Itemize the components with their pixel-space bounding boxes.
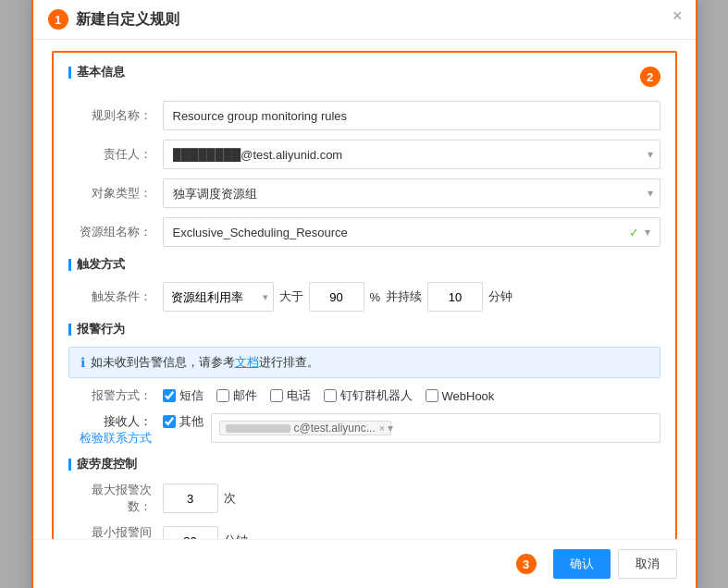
owner-select[interactable]: ████████@test.aliyunid.com <box>163 140 660 169</box>
other-checkbox[interactable] <box>163 415 176 428</box>
sms-checkbox-item[interactable]: 短信 <box>163 387 204 404</box>
webhook-checkbox[interactable] <box>426 389 438 402</box>
object-type-select[interactable]: 独享调度资源组 <box>163 178 660 208</box>
owner-label: 责任人： <box>68 146 152 163</box>
receiver-label: 接收人： <box>104 413 152 430</box>
trigger-condition-label: 触发条件： <box>68 288 152 305</box>
webhook-checkbox-item[interactable]: WebHook <box>426 389 495 403</box>
info-icon: ℹ <box>80 355 85 370</box>
receiver-tag: c@test.aliyunc... × <box>219 421 392 435</box>
sms-checkbox[interactable] <box>163 389 176 402</box>
alert-info-bar: ℹ 如未收到告警信息，请参考 文档 进行排查。 <box>68 347 660 378</box>
report-method-label: 报警方式： <box>68 387 152 404</box>
receiver-right: 其他 c@test.aliyunc... × ▾ <box>163 413 660 443</box>
phone-checkbox-item[interactable]: 电话 <box>270 387 311 404</box>
check-icon: ✓ <box>629 226 639 239</box>
resource-caret-icon: ▾ <box>645 226 650 239</box>
phone-checkbox[interactable] <box>270 389 283 402</box>
report-section: 报警行为 ℹ 如未收到告警信息，请参考 文档 进行排查。 报警方式： <box>68 321 660 447</box>
percent-label: % <box>370 290 381 304</box>
object-type-control: 独享调度资源组 ▾ <box>163 178 660 208</box>
max-count-input[interactable] <box>163 484 218 513</box>
rule-name-control <box>163 101 660 130</box>
owner-control: ████████@test.aliyunid.com ▾ <box>163 140 660 169</box>
min-interval-unit: 分钟 <box>224 533 248 539</box>
other-checkbox-item[interactable]: 其他 <box>163 413 204 430</box>
cancel-button[interactable]: 取消 <box>618 549 677 579</box>
confirm-button[interactable]: 确认 <box>553 549 611 579</box>
report-method-row: 报警方式： 短信 邮件 电 <box>68 387 660 404</box>
receiver-left: 接收人： 检验联系方式 <box>68 413 152 447</box>
resource-name-row: 资源组名称： Exclusive_Scheduling_Resource ✓ ▾ <box>68 217 660 247</box>
trigger-select-wrap: 资源组利用率 ▾ <box>163 282 274 312</box>
min-interval-label: 最小报警间隔： <box>68 524 152 539</box>
modal-title: 新建自定义规则 <box>76 10 179 30</box>
phone-label: 电话 <box>287 387 311 404</box>
object-type-select-wrap: 独享调度资源组 ▾ <box>163 178 660 208</box>
min-interval-row: 最小报警间隔： 分钟 <box>68 524 660 539</box>
receiver-row: 接收人： 检验联系方式 其他 c@test.aliyun <box>68 413 660 447</box>
duration-unit: 分钟 <box>488 288 512 305</box>
modal-body: 基本信息 2 规则名称： 责任人： ██████ <box>33 40 696 539</box>
blurred-email <box>226 424 290 433</box>
max-count-row: 最大报警次数： 次 <box>68 482 660 515</box>
sms-label: 短信 <box>179 387 204 404</box>
duration-input[interactable] <box>427 282 483 312</box>
basic-info-title: 基本信息 <box>68 64 125 80</box>
fatigue-section: 疲劳度控制 最大报警次数： 次 最小报警间隔： 分钟 <box>68 456 660 539</box>
trigger-condition-row: 触发条件： 资源组利用率 ▾ 大于 % 并持续 <box>68 282 660 312</box>
owner-select-wrap: ████████@test.aliyunid.com ▾ <box>163 140 660 169</box>
dingtalk-label: 钉钉群机器人 <box>340 387 413 404</box>
dingtalk-checkbox[interactable] <box>324 389 337 402</box>
trigger-section: 触发方式 触发条件： 资源组利用率 ▾ 大于 <box>68 256 660 312</box>
step3-badge: 3 <box>516 554 537 574</box>
report-title: 报警行为 <box>68 321 660 337</box>
modal-footer: 3 确认 取消 <box>33 539 696 588</box>
main-section: 基本信息 2 规则名称： 责任人： ██████ <box>52 51 677 539</box>
alert-info-text: 如未收到告警信息，请参考 <box>91 354 235 371</box>
gt-label: 大于 <box>279 288 303 305</box>
webhook-label: WebHook <box>442 389 495 403</box>
object-type-row: 对象类型： 独享调度资源组 ▾ <box>68 178 660 208</box>
email-label: 邮件 <box>233 387 257 404</box>
email-checkbox-item[interactable]: 邮件 <box>216 387 257 404</box>
check-contact-link[interactable]: 检验联系方式 <box>80 430 152 447</box>
max-count-unit: 次 <box>224 490 236 507</box>
report-method-group: 短信 邮件 电话 钉钉 <box>163 387 495 404</box>
resource-name-label: 资源组名称： <box>68 224 152 240</box>
resource-group-wrap[interactable]: Exclusive_Scheduling_Resource ✓ ▾ <box>163 217 660 247</box>
tag-close-icon[interactable]: × <box>379 423 385 434</box>
email-checkbox[interactable] <box>216 389 229 402</box>
receiver-tag-input[interactable]: c@test.aliyunc... × ▾ <box>211 413 660 443</box>
trigger-condition-select[interactable]: 资源组利用率 <box>163 282 274 312</box>
section-header: 基本信息 2 <box>68 64 660 90</box>
step2-badge: 2 <box>640 67 660 87</box>
step1-badge: 1 <box>48 9 68 30</box>
modal: 1 新建自定义规则 × 基本信息 2 规则名称： <box>31 0 697 588</box>
min-interval-input[interactable] <box>163 526 218 539</box>
object-type-label: 对象类型： <box>68 185 152 202</box>
dingtalk-checkbox-item[interactable]: 钉钉群机器人 <box>324 387 413 404</box>
other-label: 其他 <box>179 413 204 430</box>
alert-link[interactable]: 文档 <box>235 354 259 371</box>
resource-name-control: Exclusive_Scheduling_Resource ✓ ▾ <box>163 217 660 247</box>
trigger-title: 触发方式 <box>68 256 660 273</box>
duration-label: 并持续 <box>386 288 422 305</box>
max-count-label: 最大报警次数： <box>68 482 152 515</box>
close-button[interactable]: × <box>672 7 683 24</box>
rule-name-input[interactable] <box>163 101 660 130</box>
fatigue-title: 疲劳度控制 <box>68 456 660 472</box>
threshold-input[interactable] <box>309 282 364 312</box>
footer-right: 确认 取消 <box>553 549 677 579</box>
trigger-controls: 资源组利用率 ▾ 大于 % 并持续 分钟 <box>163 282 513 312</box>
alert-info-suffix: 进行排查。 <box>259 354 319 371</box>
owner-row: 责任人： ████████@test.aliyunid.com ▾ <box>68 140 660 169</box>
resource-group-text: Exclusive_Scheduling_Resource <box>173 226 629 239</box>
modal-header: 1 新建自定义规则 × <box>33 0 696 40</box>
tag-email-text: c@test.aliyunc... <box>294 422 376 435</box>
modal-overlay: 1 新建自定义规则 × 基本信息 2 规则名称： <box>0 0 728 588</box>
rule-name-row: 规则名称： <box>68 101 660 130</box>
rule-name-label: 规则名称： <box>68 107 152 124</box>
